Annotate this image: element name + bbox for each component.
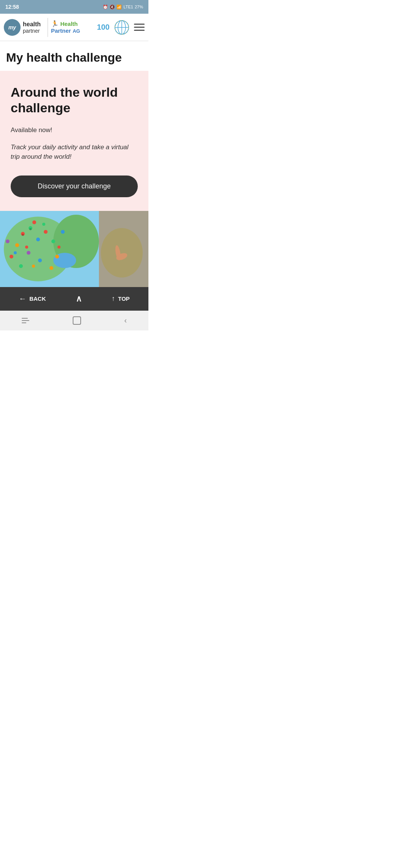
available-now-text: Available now! (11, 126, 138, 134)
hp-partner-text: Partner (51, 27, 71, 34)
points-display: 100 (97, 23, 110, 32)
bottom-navigation-bar: ← BACK ∧ ↑ TOP (0, 287, 148, 311)
challenge-description: Track your daily activity and take a vir… (11, 142, 138, 162)
svg-point-30 (32, 265, 35, 268)
status-time: 12:58 (5, 4, 19, 10)
hamburger-line-3 (134, 30, 145, 31)
status-bar: 12:58 ⏰ 🔇 📶 LTE1 27% (0, 0, 148, 14)
nav-line-2 (22, 320, 29, 321)
svg-point-24 (6, 239, 10, 243)
svg-point-13 (36, 238, 40, 241)
alarm-icon: ⏰ (103, 5, 108, 10)
signal-icon: LTE1 (123, 5, 133, 9)
system-back-button[interactable]: ‹ (124, 316, 127, 325)
my-logo-circle: my (4, 19, 21, 36)
discover-challenge-button[interactable]: Discover your challenge (11, 176, 138, 197)
svg-point-14 (15, 243, 19, 247)
svg-point-22 (32, 220, 36, 224)
status-icons: ⏰ 🔇 📶 LTE1 27% (103, 5, 143, 10)
home-button[interactable] (73, 316, 81, 325)
app-header: my health partner 🏃 Health Partner AG 10… (0, 14, 148, 41)
nav-line-1 (22, 318, 28, 319)
my-health-logo[interactable]: my health partner (4, 19, 41, 36)
logo-text-block: health partner (23, 21, 41, 34)
logo-health-text: health (23, 21, 41, 28)
top-label: TOP (118, 295, 130, 302)
svg-point-17 (51, 239, 55, 243)
svg-point-28 (57, 246, 61, 249)
svg-point-29 (14, 251, 17, 254)
svg-rect-10 (99, 211, 148, 287)
svg-point-20 (55, 255, 59, 258)
back-label: BACK (29, 295, 46, 302)
top-arrow-icon: ↑ (112, 295, 115, 303)
wifi-icon: 📶 (116, 5, 122, 10)
hp-ag-suffix: AG (73, 28, 80, 34)
page-title-section: My health challenge (0, 41, 148, 71)
hp-health-text: Health (60, 21, 78, 27)
svg-point-16 (27, 251, 30, 255)
challenge-title: Around the world challenge (11, 85, 138, 116)
hp-figure-icon: 🏃 (51, 21, 59, 27)
challenge-card: Around the world challenge Available now… (0, 71, 148, 211)
hp-ag-row: 🏃 Health Partner AG (51, 20, 97, 34)
top-button[interactable]: ↑ TOP (112, 295, 130, 303)
svg-point-32 (29, 228, 32, 230)
chevron-up-icon: ∧ (76, 294, 82, 304)
mute-icon: 🔇 (110, 5, 115, 10)
recent-apps-button[interactable] (22, 318, 29, 323)
battery-icon: 27% (135, 5, 143, 9)
back-button[interactable]: ← BACK (19, 294, 46, 303)
nav-line-3 (22, 322, 26, 323)
hamburger-line-2 (134, 27, 145, 28)
logo-partner-text: partner (23, 28, 41, 34)
map-image-section (0, 211, 148, 287)
svg-point-21 (19, 264, 23, 268)
header-right: 100 (97, 20, 145, 35)
svg-point-18 (10, 255, 13, 258)
svg-point-27 (42, 223, 45, 226)
map-svg (0, 211, 148, 287)
hamburger-line-1 (134, 24, 145, 25)
page-title: My health challenge (6, 50, 142, 65)
svg-point-23 (61, 230, 65, 234)
svg-point-19 (38, 258, 42, 262)
svg-point-31 (22, 234, 24, 236)
system-navigation-bar: ‹ (0, 311, 148, 330)
my-logo-text: my (8, 24, 16, 30)
scroll-up-button[interactable]: ∧ (76, 294, 82, 304)
hamburger-menu-button[interactable] (134, 24, 145, 31)
health-partner-ag-logo[interactable]: 🏃 Health Partner AG (51, 20, 97, 34)
svg-point-15 (44, 230, 48, 234)
header-divider (48, 18, 48, 37)
back-arrow-icon: ← (19, 294, 26, 303)
svg-point-26 (25, 246, 28, 249)
svg-point-25 (49, 266, 53, 270)
globe-icon (114, 20, 129, 35)
